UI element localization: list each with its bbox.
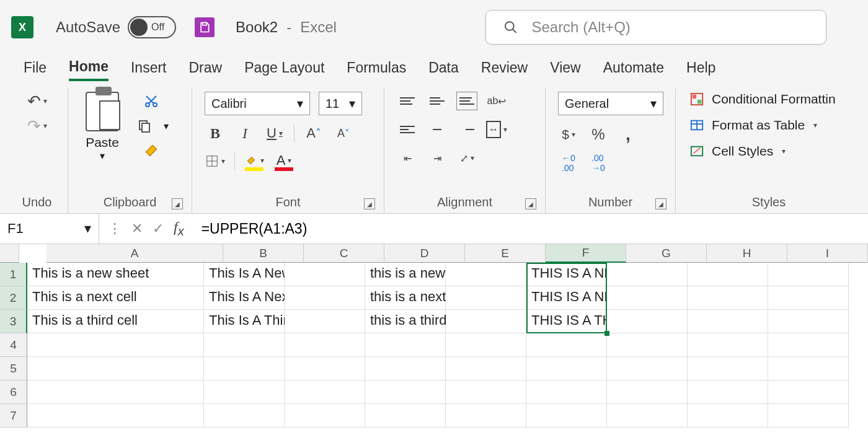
cell-A4[interactable]	[27, 333, 204, 357]
cell-I4[interactable]	[768, 333, 849, 357]
orientation-button[interactable]: ⤢	[456, 149, 477, 167]
search-box[interactable]	[485, 10, 826, 45]
cell-H1[interactable]	[688, 263, 768, 286]
cell-H3[interactable]	[688, 310, 768, 333]
cell-F5[interactable]	[526, 357, 607, 380]
format-painter-button[interactable]	[141, 141, 162, 160]
cell-F4[interactable]	[526, 333, 607, 357]
cell-E1[interactable]	[446, 263, 526, 286]
cell-A5[interactable]	[27, 357, 204, 380]
name-box-dropdown-icon[interactable]: ▾	[84, 221, 91, 237]
tab-insert[interactable]: Insert	[131, 59, 167, 80]
cell-G5[interactable]	[607, 357, 688, 380]
row-header-7[interactable]: 7	[0, 404, 27, 428]
cell-C4[interactable]	[285, 333, 365, 357]
tab-review[interactable]: Review	[481, 59, 528, 80]
clipboard-dialog-launcher[interactable]: ◢	[172, 198, 183, 209]
cell-D1[interactable]: this is a new sheet	[365, 263, 446, 286]
cell-I2[interactable]	[768, 286, 849, 310]
column-header-I[interactable]: I	[787, 244, 868, 263]
cell-C3[interactable]	[285, 310, 365, 333]
cell-A2[interactable]: This is a next cell	[27, 286, 204, 310]
align-right-button[interactable]	[456, 120, 477, 139]
cell-I7[interactable]	[768, 404, 849, 428]
cell-styles-button[interactable]: Cell Styles	[688, 144, 786, 159]
alignment-dialog-launcher[interactable]: ◢	[525, 198, 536, 209]
tab-help[interactable]: Help	[686, 59, 715, 80]
paste-button[interactable]: Paste ▾	[81, 92, 124, 162]
cell-I1[interactable]	[768, 263, 849, 286]
cell-B4[interactable]	[204, 333, 285, 357]
number-format-select[interactable]: General▾	[558, 92, 663, 115]
cut-button[interactable]	[141, 92, 162, 110]
column-header-G[interactable]: G	[626, 244, 707, 263]
cell-A7[interactable]	[27, 404, 204, 428]
italic-button[interactable]: I	[234, 124, 255, 143]
cell-G4[interactable]	[607, 333, 688, 357]
font-dialog-launcher[interactable]: ◢	[364, 198, 375, 209]
cell-A6[interactable]	[27, 380, 204, 404]
column-header-F[interactable]: F	[546, 244, 626, 263]
cell-C2[interactable]	[285, 286, 365, 310]
selection-fill-handle[interactable]	[604, 331, 609, 336]
cell-G7[interactable]	[607, 404, 688, 428]
increase-indent-button[interactable]: ⇥	[427, 149, 448, 167]
borders-button[interactable]	[205, 152, 226, 170]
number-dialog-launcher[interactable]: ◢	[655, 198, 666, 209]
decrease-decimal-button[interactable]: .00→0	[588, 154, 609, 172]
increase-font-button[interactable]: A˄	[303, 124, 324, 143]
cell-H7[interactable]	[688, 404, 768, 428]
font-name-select[interactable]: Calibri▾	[205, 92, 310, 115]
cell-H5[interactable]	[688, 357, 768, 380]
align-top-button[interactable]	[397, 92, 418, 110]
tab-file[interactable]: File	[24, 59, 46, 80]
column-header-A[interactable]: A	[46, 244, 223, 263]
cell-G1[interactable]	[607, 263, 688, 286]
paste-dropdown-icon[interactable]: ▾	[100, 150, 105, 162]
cell-B6[interactable]	[204, 380, 285, 404]
bold-button[interactable]: B	[205, 124, 226, 143]
autosave-toggle[interactable]: Off	[128, 16, 176, 38]
cell-G3[interactable]	[607, 310, 688, 333]
formula-input[interactable]	[193, 221, 868, 237]
row-header-5[interactable]: 5	[0, 357, 27, 380]
cell-B3[interactable]: This Is A Third Cell	[204, 310, 285, 333]
cell-F3[interactable]: THIS IS A THIRD CELL	[526, 310, 607, 333]
cell-E6[interactable]	[446, 380, 526, 404]
cell-B5[interactable]	[204, 357, 285, 380]
cell-G2[interactable]	[607, 286, 688, 310]
tab-draw[interactable]: Draw	[189, 59, 223, 80]
underline-button[interactable]: U	[264, 124, 285, 143]
enter-formula-button[interactable]: ✓	[153, 221, 164, 237]
save-icon[interactable]	[195, 17, 215, 37]
fx-icon[interactable]: fx	[174, 219, 184, 239]
row-header-6[interactable]: 6	[0, 380, 27, 404]
cell-I6[interactable]	[768, 380, 849, 404]
tab-view[interactable]: View	[550, 59, 580, 80]
row-header-2[interactable]: 2	[0, 286, 27, 310]
cell-G6[interactable]	[607, 380, 688, 404]
align-center-button[interactable]	[427, 120, 448, 139]
cell-E5[interactable]	[446, 357, 526, 380]
tab-page-layout[interactable]: Page Layout	[244, 59, 324, 80]
cell-B2[interactable]: This Is A Next Cell	[204, 286, 285, 310]
cell-A1[interactable]: This is a new sheet	[27, 263, 204, 286]
tab-automate[interactable]: Automate	[603, 59, 664, 80]
cell-E4[interactable]	[446, 333, 526, 357]
cell-E2[interactable]	[446, 286, 526, 310]
cell-F6[interactable]	[526, 380, 607, 404]
wrap-text-button[interactable]: ab↩	[486, 92, 507, 110]
column-header-H[interactable]: H	[707, 244, 787, 263]
align-middle-button[interactable]	[427, 92, 448, 110]
copy-dropdown-icon[interactable]: ▾	[164, 120, 169, 132]
increase-decimal-button[interactable]: ←0.00	[558, 154, 579, 172]
align-left-button[interactable]	[397, 120, 418, 139]
format-as-table-button[interactable]: Format as Table	[688, 118, 817, 133]
tab-home[interactable]: Home	[69, 58, 108, 81]
cell-B1[interactable]: This Is A New Sheet	[204, 263, 285, 286]
search-input[interactable]	[531, 19, 808, 36]
name-box[interactable]: F1 ▾	[0, 214, 99, 244]
tab-data[interactable]: Data	[428, 59, 459, 80]
cell-B7[interactable]	[204, 404, 285, 428]
vertical-dots-icon[interactable]: ⋮	[108, 221, 122, 237]
